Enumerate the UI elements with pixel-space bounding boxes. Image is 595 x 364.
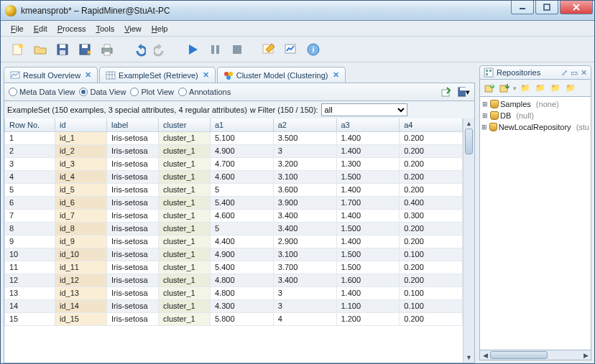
menu-tools[interactable]: Tools — [91, 23, 119, 34]
cell-a4: 0.400 — [400, 196, 463, 209]
run-icon[interactable] — [183, 39, 203, 60]
table-row[interactable]: 2id_2Iris-setosacluster_14.90031.4000.20… — [5, 144, 463, 157]
table-row[interactable]: 5id_5Iris-setosacluster_153.6001.4000.20… — [5, 183, 463, 196]
cell-rowno: 4 — [5, 170, 55, 183]
new-icon[interactable] — [8, 39, 28, 60]
cell-a1: 5.400 — [211, 196, 274, 209]
cell-label: Iris-setosa — [107, 183, 159, 196]
results-icon[interactable] — [281, 39, 301, 60]
scroll-right-icon[interactable]: ▶ — [581, 352, 591, 359]
scroll-up-icon[interactable]: ▲ — [463, 118, 474, 129]
col-label[interactable]: label — [107, 118, 159, 131]
col-rowno[interactable]: Row No. — [5, 118, 55, 131]
table-row[interactable]: 7id_7Iris-setosacluster_14.6003.4001.400… — [5, 209, 463, 222]
col-id[interactable]: id — [55, 118, 107, 131]
cell-a2: 3 — [273, 144, 336, 157]
minimize-button[interactable] — [511, 1, 534, 14]
scroll-thumb[interactable] — [490, 351, 548, 359]
maximize-button[interactable] — [535, 1, 558, 14]
vertical-scrollbar[interactable]: ▲ ▼ — [463, 118, 474, 363]
tab-result-overview[interactable]: Result Overview ✕ — [4, 67, 98, 83]
redo-icon[interactable] — [151, 39, 171, 60]
cell-a4: 0.100 — [400, 248, 463, 261]
table-row[interactable]: 11id_11Iris-setosacluster_15.4003.7001.5… — [5, 261, 463, 274]
save-icon[interactable] — [52, 39, 73, 60]
table-row[interactable]: 15id_15Iris-setosacluster_15.80041.2000.… — [5, 312, 463, 325]
design-icon[interactable] — [259, 39, 279, 60]
radio-meta-data-view[interactable]: Meta Data View — [9, 88, 75, 96]
svg-rect-1 — [544, 4, 550, 10]
col-a2[interactable]: a2 — [273, 118, 336, 131]
table-row[interactable]: 14id_14Iris-setosacluster_14.30031.1000.… — [5, 299, 463, 312]
table-row[interactable]: 9id_9Iris-setosacluster_14.4002.9001.400… — [5, 235, 463, 248]
cell-cluster: cluster_1 — [159, 248, 211, 261]
open-icon[interactable] — [30, 39, 50, 60]
table-row[interactable]: 13id_13Iris-setosacluster_14.80031.4000.… — [5, 286, 463, 299]
close-pane-icon[interactable]: ✕ — [581, 68, 587, 78]
cell-cluster: cluster_1 — [159, 261, 211, 274]
radio-annotations[interactable]: Annotations — [178, 88, 231, 96]
cell-a3: 1.400 — [336, 131, 400, 144]
table-row[interactable]: 12id_12Iris-setosacluster_14.8003.4001.6… — [5, 274, 463, 286]
pause-icon[interactable] — [205, 39, 225, 60]
import-repo-icon[interactable] — [498, 82, 511, 95]
export-icon[interactable] — [440, 85, 453, 98]
minimize-pane-icon[interactable]: ▭ — [571, 68, 578, 78]
cell-a1: 4.600 — [211, 209, 274, 222]
expand-icon[interactable]: ⤢ — [561, 68, 568, 78]
cell-cluster: cluster_1 — [159, 274, 211, 286]
cell-a2: 3.400 — [273, 274, 336, 286]
table-row[interactable]: 6id_6Iris-setosacluster_15.4003.9001.700… — [5, 196, 463, 209]
scroll-left-icon[interactable]: ◀ — [480, 352, 490, 359]
add-repo-icon[interactable]: + — [483, 82, 496, 95]
filter-select[interactable]: all — [321, 103, 407, 116]
close-button[interactable] — [560, 1, 593, 14]
col-cluster[interactable]: cluster — [159, 118, 211, 131]
cell-a2: 3.600 — [273, 183, 336, 196]
close-tab-icon[interactable]: ✕ — [203, 70, 209, 80]
repositories-title: Repositories — [497, 68, 540, 77]
tab-label: Result Overview — [23, 71, 80, 80]
info-icon[interactable]: i — [303, 39, 323, 60]
stop-icon[interactable] — [227, 39, 247, 60]
cell-rowno: 3 — [5, 157, 55, 170]
menu-process[interactable]: Process — [53, 23, 91, 34]
table-row[interactable]: 8id_8Iris-setosacluster_153.4001.5000.20… — [5, 222, 463, 235]
save-as-icon[interactable] — [75, 39, 95, 60]
cell-rowno: 12 — [5, 274, 55, 286]
tab-exampleset[interactable]: ExampleSet (Retrieve) ✕ — [99, 67, 216, 83]
menu-help[interactable]: Help — [147, 23, 172, 34]
folder-icon[interactable]: 📁 — [564, 82, 577, 95]
col-a3[interactable]: a3 — [336, 118, 400, 131]
close-tab-icon[interactable]: ✕ — [333, 70, 339, 80]
tree-node-samples[interactable]: ⊞Samples (none) — [481, 98, 589, 110]
col-a1[interactable]: a1 — [211, 118, 274, 131]
table-row[interactable]: 1id_1Iris-setosacluster_15.1003.5001.400… — [5, 131, 463, 144]
undo-icon[interactable] — [129, 39, 149, 60]
svg-rect-33 — [486, 70, 488, 72]
tree-node-newlocal[interactable]: ⊞NewLocalRepository (stu — [481, 121, 589, 133]
save-view-icon[interactable]: ▾ — [457, 85, 470, 98]
close-tab-icon[interactable]: ✕ — [85, 70, 91, 80]
table-row[interactable]: 4id_4Iris-setosacluster_14.6003.1001.500… — [5, 170, 463, 183]
toolbar: i — [1, 37, 594, 62]
tree-node-db[interactable]: ⊞DB (null) — [481, 110, 589, 121]
tab-cluster-model[interactable]: Cluster Model (Clustering) ✕ — [217, 67, 346, 83]
menu-view[interactable]: View — [120, 23, 146, 34]
scroll-thumb[interactable] — [465, 129, 473, 154]
menu-edit[interactable]: Edit — [29, 23, 52, 34]
scroll-down-icon[interactable]: ▼ — [463, 353, 474, 363]
main-pane: Result Overview ✕ ExampleSet (Retrieve) … — [1, 62, 478, 363]
folder-icon[interactable]: 📁 — [519, 82, 532, 95]
table-row[interactable]: 3id_3Iris-setosacluster_14.7003.2001.300… — [5, 157, 463, 170]
folder-icon[interactable]: 📁 — [534, 82, 547, 95]
repo-horizontal-scrollbar[interactable]: ◀ ▶ — [479, 350, 591, 360]
radio-plot-view[interactable]: Plot View — [130, 88, 174, 96]
print-icon[interactable] — [97, 39, 117, 60]
menu-file[interactable]: File — [6, 23, 28, 34]
col-a4[interactable]: a4 — [400, 118, 463, 131]
table-row[interactable]: 10id_10Iris-setosacluster_14.9003.1001.5… — [5, 248, 463, 261]
radio-data-view[interactable]: Data View — [79, 88, 126, 96]
folder-icon[interactable]: 📁 — [549, 82, 562, 95]
repo-toolbar: + ▾ 📁 📁 📁 📁 — [479, 80, 591, 97]
